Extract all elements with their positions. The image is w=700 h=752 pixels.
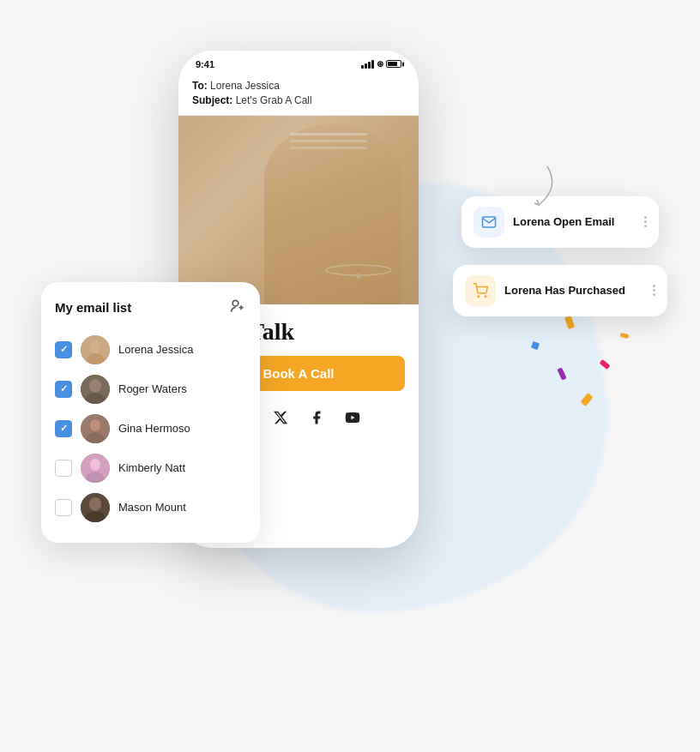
- email-subject-label: Subject:: [192, 94, 232, 106]
- phone-email-header: To: Lorena Jessica Subject: Let's Grab A…: [178, 75, 419, 116]
- checkbox-gina[interactable]: [55, 420, 72, 437]
- avatar-lorena: [81, 335, 110, 364]
- necklace-icon: [324, 262, 393, 279]
- phone-status-icons: ⊛: [361, 59, 401, 69]
- twitter-icon[interactable]: [271, 408, 290, 427]
- avatar-roger: [81, 375, 110, 404]
- confetti-yellow-2: [620, 332, 630, 338]
- email-list-title: My email list: [55, 300, 131, 315]
- email-list-card: My email list Lorena Jessica: [41, 282, 260, 543]
- contact-name-lorena: Lorena Jessica: [118, 343, 193, 356]
- email-to-line: To: Lorena Jessica: [192, 80, 405, 92]
- svg-point-22: [89, 497, 101, 511]
- signal-bars-icon: [361, 60, 374, 69]
- add-user-icon[interactable]: [229, 298, 246, 318]
- svg-point-13: [89, 379, 101, 393]
- email-subject-value: Let's Grab A Call: [236, 94, 312, 106]
- contact-name-gina: Gina Hermoso: [118, 422, 190, 435]
- contact-item-gina[interactable]: Gina Hermoso: [55, 409, 246, 448]
- scene: 9:41 ⊛ To: Lorena Jessica Subject: Let's…: [24, 25, 676, 728]
- svg-point-6: [232, 300, 238, 306]
- checkbox-kimberly[interactable]: [55, 460, 72, 477]
- svg-point-1: [356, 274, 361, 279]
- avatar-kimberly: [81, 454, 110, 483]
- contact-item-mason[interactable]: Mason Mount: [55, 488, 246, 527]
- phone-status-bar: 9:41 ⊛: [178, 51, 419, 75]
- contact-name-mason: Mason Mount: [118, 501, 186, 514]
- curved-arrow-icon: [496, 162, 564, 214]
- notif-purchased-card: Lorena Has Purchased: [453, 265, 667, 316]
- svg-point-10: [90, 341, 100, 353]
- email-list-header: My email list: [55, 298, 246, 318]
- checkbox-mason[interactable]: [55, 499, 72, 516]
- cart-icon: [465, 275, 496, 306]
- wifi-icon: ⊛: [377, 59, 383, 69]
- contact-name-roger: Roger Waters: [118, 382, 187, 395]
- phone-hero-image: [178, 116, 419, 304]
- notif-purchased-menu[interactable]: [653, 285, 655, 296]
- battery-icon: [386, 60, 401, 68]
- checkbox-roger[interactable]: [55, 381, 72, 398]
- email-to-label: To:: [192, 80, 208, 92]
- svg-point-16: [90, 419, 100, 431]
- contact-item-roger[interactable]: Roger Waters: [55, 370, 246, 409]
- notif-open-email-text: Lorena Open Email: [513, 215, 636, 228]
- contact-name-kimberly: Kimberly Natt: [118, 461, 185, 474]
- facebook-icon[interactable]: [307, 408, 326, 427]
- checkbox-lorena[interactable]: [55, 341, 72, 358]
- phone-time: 9:41: [196, 59, 214, 69]
- notif-open-email-menu[interactable]: [644, 216, 647, 227]
- avatar-gina: [81, 414, 110, 443]
- youtube-icon[interactable]: [343, 408, 362, 427]
- contact-item-lorena[interactable]: Lorena Jessica: [55, 330, 246, 370]
- avatar-mason: [81, 493, 110, 522]
- svg-point-24: [478, 296, 480, 298]
- contact-item-kimberly[interactable]: Kimberly Natt: [55, 448, 246, 488]
- svg-point-25: [485, 296, 486, 298]
- notif-purchased-text: Lorena Has Purchased: [504, 284, 644, 297]
- svg-point-19: [90, 459, 100, 471]
- email-to-value: Lorena Jessica: [210, 80, 280, 92]
- email-subject-line: Subject: Let's Grab A Call: [192, 94, 405, 106]
